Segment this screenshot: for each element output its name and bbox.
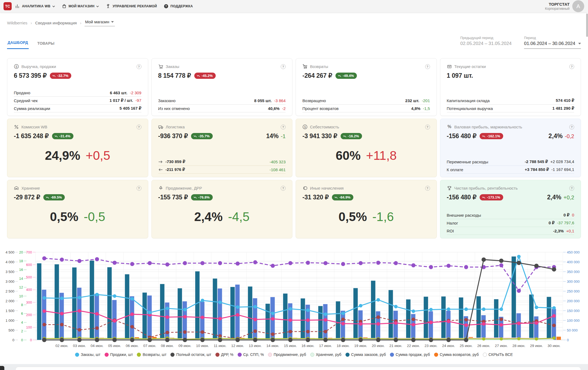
help-icon[interactable]: ? (281, 64, 286, 69)
legend-item[interactable]: Полный остаток, шт (170, 352, 211, 357)
help-icon[interactable]: ? (137, 64, 141, 69)
legend-item[interactable]: Хранение, руб (310, 352, 341, 357)
breadcrumb: Wildberries › Сводная информация › Мой м… (7, 20, 581, 26)
legend-item[interactable]: Сумма заказов, руб (345, 352, 386, 357)
svg-text:2 000: 2 000 (5, 299, 14, 303)
card-title: Заказы (166, 64, 179, 69)
legend-item[interactable]: Продвижение, руб (268, 352, 306, 357)
stat-row: К оплате+3 784 850 ₽-1 167 694,1 (447, 166, 574, 174)
svg-text:29 июн.: 29 июн. (530, 344, 543, 348)
avatar[interactable]: A (572, 0, 584, 12)
card-title: Комиссия WB (21, 125, 47, 129)
legend-item[interactable]: Сумма продаж, руб (390, 352, 430, 357)
svg-text:06 июн.: 06 июн. (126, 344, 139, 348)
help-icon[interactable]: ? (281, 186, 286, 191)
legend-item[interactable]: Заказы, шт (75, 352, 100, 357)
tab-dashboard[interactable]: ДАШБОРД (7, 40, 29, 49)
legend-item[interactable]: Продажи, шт (105, 352, 133, 357)
legend-item[interactable]: Возвраты, шт (137, 352, 166, 357)
card-title: Логистика (166, 125, 185, 129)
stat-row: Налог0 ₽-37 797,6 (447, 219, 574, 227)
floating-widget[interactable] (0, 366, 4, 370)
svg-text:16 июн.: 16 июн. (302, 344, 315, 348)
svg-text:2 500: 2 500 (5, 289, 14, 293)
card-stats: Заказано8 055 шт.-3 864Из них отменено40… (158, 97, 286, 112)
nav-item-0[interactable]: АНАЛИТИКА WB (15, 4, 55, 9)
account-plan: Корпоративный (545, 7, 570, 11)
stat-row: Сумма реализации5 405 167 ₽ (14, 105, 141, 112)
card-stats: Переменные расходы-2 788 545 ₽+2 028 734… (447, 158, 574, 174)
promo-person-icon (106, 4, 111, 9)
kpi-card-orders: Заказы?8 154 778 ₽-45.2%Заказано8 055 шт… (151, 58, 293, 116)
svg-text:4: 4 (21, 320, 23, 324)
card-value: -264 267 ₽ (302, 72, 332, 79)
card-secondary-value: 2,4%-0,2 (548, 132, 574, 140)
box-icon (447, 64, 452, 69)
nav-item-3[interactable]: ?ПОДДЕРЖКА (164, 4, 193, 9)
svg-text:27 июн.: 27 июн. (495, 344, 508, 348)
help-icon[interactable]: ? (569, 186, 574, 191)
combo-chart[interactable]: 05001 0001 5002 0002 5003 0003 5004 0004… (0, 244, 588, 348)
card-value: -29 872 ₽ (14, 194, 40, 201)
breadcrumb-root[interactable]: Wildberries (7, 21, 27, 25)
legend-label: Сумма возвратов, руб (440, 352, 479, 357)
help-icon[interactable]: ? (137, 186, 141, 191)
legend-item[interactable]: СКРЫТЬ ВСЕ (483, 352, 513, 357)
svg-text:22 июн.: 22 июн. (407, 344, 420, 348)
help-icon[interactable]: ? (425, 64, 430, 69)
arrow-left-icon (158, 167, 163, 172)
svg-text:200: 200 (26, 313, 32, 317)
legend-label: Хранение, руб (316, 352, 341, 357)
card-title: Выручка, продажи (21, 64, 56, 69)
tab-products[interactable]: ТОВАРЫ (37, 41, 55, 49)
scrollbar-thumb[interactable] (586, 14, 588, 37)
legend-item[interactable]: ДРР, % (215, 352, 234, 357)
trend-badge: -32.7% (50, 73, 71, 79)
card-big-percent: 2,4%-4,5 (194, 209, 250, 227)
svg-text:08 июн.: 08 июн. (161, 344, 174, 348)
legend-label: Сумма продаж, руб (396, 352, 430, 357)
legend-dot-icon (390, 353, 394, 357)
card-stats: Возвращено232 шт.-201Процент возвратов4,… (302, 97, 430, 112)
legend-label: ДРР, % (221, 352, 234, 357)
svg-text:18: 18 (19, 259, 23, 263)
chevron-down-icon (52, 5, 55, 7)
svg-text:8: 8 (21, 303, 23, 307)
card-value: -1 635 248 ₽ (14, 132, 49, 140)
svg-text:500: 500 (26, 275, 32, 279)
account-block[interactable]: ТОРГСТАТ Корпоративный A (545, 0, 584, 12)
breadcrumb-separator: › (31, 21, 32, 25)
shop-selector[interactable]: Мой магазин (85, 20, 115, 26)
svg-text:10 июн.: 10 июн. (196, 344, 209, 348)
help-icon[interactable]: ? (425, 125, 430, 129)
breadcrumb-section[interactable]: Сводная информация (35, 21, 77, 25)
help-icon[interactable]: ? (281, 125, 286, 129)
nav-item-1[interactable]: МОЙ МАГАЗИН (62, 4, 99, 9)
kpi-card-returns: Возвраты?-264 267 ₽-49.4%Возвращено232 ш… (296, 58, 437, 116)
app-logo[interactable]: TC (4, 2, 12, 10)
svg-text:700: 700 (26, 250, 32, 254)
nav-item-2[interactable]: УПРАВЛЕНИЕ РЕКЛАМОЙ (106, 4, 157, 9)
legend-item[interactable]: Ср. СПП, % (238, 352, 264, 357)
svg-text:17 июн.: 17 июн. (319, 344, 332, 348)
card-stats: -730 859 ₽-405 323-211 976 ₽-108 461 (158, 158, 286, 174)
help-icon[interactable]: ? (137, 125, 141, 129)
help-icon[interactable]: ? (569, 64, 574, 69)
card-value: -936 370 ₽ (158, 132, 188, 140)
legend-item[interactable]: Сумма возвратов, руб (434, 352, 479, 357)
stat-row: Возвращено232 шт.-201 (302, 97, 430, 105)
svg-text:14 июн.: 14 июн. (266, 344, 279, 348)
trend-badge: -35.7% (191, 133, 212, 139)
svg-text:6: 6 (21, 311, 23, 316)
svg-text:50 000: 50 000 (567, 328, 578, 332)
current-period-select[interactable]: Период 01.06.2024 – 30.06.2024 (524, 36, 581, 49)
next-card-top (15, 367, 581, 370)
help-icon[interactable]: ? (425, 186, 430, 191)
svg-text:20 июн.: 20 июн. (372, 344, 385, 348)
legend-label: Ср. СПП, % (243, 352, 264, 357)
kpi-card-stock: Текущие остатки?1 097 шт.Капитализация с… (440, 58, 581, 116)
svg-text:3 000: 3 000 (5, 280, 14, 284)
legend-dot-icon (75, 353, 79, 357)
help-icon[interactable]: ? (569, 125, 574, 129)
legend-label: Заказы, шт (81, 352, 100, 357)
